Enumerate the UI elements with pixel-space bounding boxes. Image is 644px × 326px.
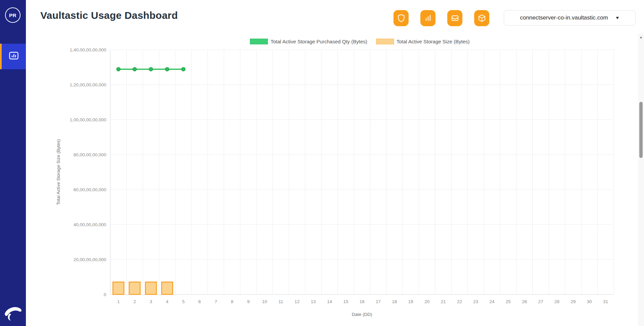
domain-selector[interactable]: connectserver-co-in.vaultastic.com ▼ — [504, 10, 636, 26]
bar-chart-panel-icon — [8, 51, 19, 62]
legend-label: Total Active Storage Size (Bytes) — [396, 39, 470, 44]
package-icon — [478, 14, 486, 23]
x-tick-label: 11 — [278, 299, 283, 304]
y-tick-label: 1,00,00,00,00,000 — [70, 117, 106, 122]
x-tick-label: 26 — [522, 299, 527, 304]
bar-chart-icon — [424, 14, 432, 23]
x-tick-label: 10 — [262, 299, 267, 304]
x-tick-label: 31 — [603, 299, 608, 304]
x-tick-label: 23 — [473, 299, 478, 304]
y-tick-label: 60,00,00,00,000 — [73, 187, 106, 192]
y-tick-label: 40,00,00,00,000 — [73, 222, 106, 227]
inbox-button[interactable] — [447, 10, 462, 26]
x-tick-label: 17 — [376, 299, 381, 304]
sidebar: PR — [0, 0, 26, 326]
x-tick-label: 1 — [117, 299, 120, 304]
vertical-scrollbar[interactable]: ▲ — [638, 34, 644, 326]
storage-size-bar[interactable] — [145, 282, 156, 294]
purchased-qty-point[interactable] — [117, 67, 120, 71]
y-tick-label: 0 — [104, 292, 106, 297]
x-tick-label: 28 — [554, 299, 559, 304]
legend-swatch-orange — [376, 39, 394, 44]
purchased-qty-point[interactable] — [149, 67, 153, 71]
scrollbar-thumb[interactable] — [639, 102, 643, 158]
chart-legend: Total Active Storage Purchased Qty (Byte… — [250, 39, 469, 44]
x-tick-label: 3 — [150, 299, 152, 304]
legend-label: Total Active Storage Purchased Qty (Byte… — [270, 39, 367, 44]
x-tick-label: 2 — [134, 299, 136, 304]
header: Vaultastic Usage Dashboard — [26, 0, 644, 34]
purchased-qty-point[interactable] — [133, 67, 137, 71]
y-tick-label: 1,40,00,00,00,000 — [70, 47, 106, 52]
x-tick-label: 14 — [327, 299, 332, 304]
inbox-icon — [451, 14, 459, 23]
sidebar-item-usage-dashboard[interactable] — [0, 44, 26, 69]
y-tick-label: 20,00,00,00,000 — [73, 257, 106, 262]
x-tick-label: 12 — [295, 299, 300, 304]
caret-down-icon: ▼ — [615, 15, 620, 20]
shield-icon — [397, 14, 405, 23]
avatar[interactable]: PR — [5, 7, 21, 23]
x-tick-label: 4 — [166, 299, 168, 304]
legend-swatch-green — [250, 39, 268, 44]
shield-button[interactable] — [393, 10, 409, 26]
x-tick-label: 22 — [457, 299, 462, 304]
x-tick-label: 13 — [311, 299, 316, 304]
y-tick-label: 80,00,00,00,000 — [73, 152, 106, 157]
legend-item-purchased-qty[interactable]: Total Active Storage Purchased Qty (Byte… — [250, 39, 367, 44]
page-title: Vaultastic Usage Dashboard — [40, 10, 178, 21]
y-tick-label: 1,20,00,00,00,000 — [70, 82, 106, 87]
legend-item-storage-size[interactable]: Total Active Storage Size (Bytes) — [376, 39, 470, 44]
y-axis-title: Total Active Storage Size (Bytes) — [56, 139, 61, 205]
x-tick-label: 29 — [571, 299, 576, 304]
vaultastic-swoosh-logo — [3, 304, 24, 321]
x-tick-label: 19 — [408, 299, 413, 304]
domain-selector-value: connectserver-co-in.vaultastic.com — [520, 14, 608, 21]
bar-chart-button[interactable] — [420, 10, 435, 26]
x-tick-label: 5 — [182, 299, 185, 304]
package-button[interactable] — [474, 10, 489, 26]
x-tick-label: 27 — [538, 299, 543, 304]
header-action-group — [393, 10, 489, 26]
x-tick-label: 18 — [392, 299, 397, 304]
x-tick-label: 24 — [489, 299, 495, 304]
storage-size-bar[interactable] — [113, 282, 124, 294]
x-tick-label: 16 — [359, 299, 365, 304]
x-tick-label: 25 — [506, 299, 511, 304]
x-tick-label: 8 — [231, 299, 233, 304]
x-tick-label: 6 — [198, 299, 201, 304]
x-tick-label: 21 — [441, 299, 446, 304]
purchased-qty-point[interactable] — [165, 67, 169, 71]
x-tick-label: 20 — [424, 299, 429, 304]
usage-chart: 020,00,00,00,00040,00,00,00,00060,00,00,… — [30, 35, 632, 324]
x-tick-label: 15 — [343, 299, 348, 304]
scroll-up-arrow-icon[interactable]: ▲ — [638, 34, 644, 40]
x-axis-title: Date (DD) — [352, 312, 372, 317]
x-tick-label: 30 — [587, 299, 592, 304]
storage-size-bar[interactable] — [162, 282, 173, 294]
avatar-initials: PR — [9, 12, 16, 18]
purchased-qty-point[interactable] — [182, 67, 185, 71]
x-tick-label: 7 — [215, 299, 217, 304]
storage-size-bar[interactable] — [129, 282, 140, 294]
x-tick-label: 9 — [247, 299, 250, 304]
